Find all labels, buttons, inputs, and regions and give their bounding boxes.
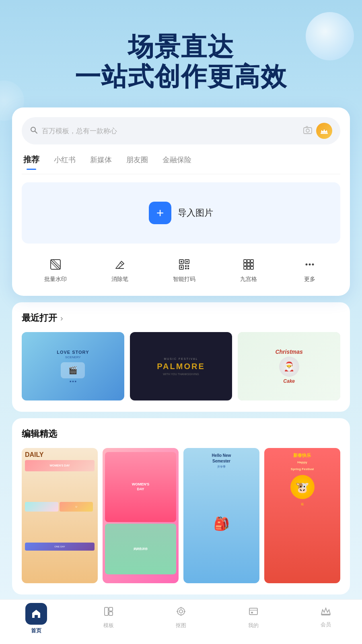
svg-rect-26 [247,263,250,266]
editor-thumb-spring-festival[interactable]: 新春快乐HappySpring Festival 🐮 福 [264,448,340,583]
category-tabs: 推荐 小红书 新媒体 朋友圈 金融保险 [22,154,340,174]
nav-cutout[interactable]: 抠图 [165,606,197,634]
svg-rect-18 [185,265,187,267]
svg-rect-45 [321,614,330,615]
search-icon [30,126,38,136]
svg-point-33 [312,264,314,266]
christmas-title: Christmas [275,349,302,355]
watermark-icon [47,256,64,272]
svg-line-10 [120,262,123,265]
cutout-icon [176,606,186,619]
love-story-title: LOVE STORY [57,350,89,355]
nav-vip[interactable]: 会员 [310,606,342,634]
eraser-label: 消除笔 [111,276,128,283]
svg-rect-29 [247,266,250,269]
nav-vip-label: 会员 [321,621,331,628]
svg-rect-25 [244,263,247,266]
editor-picks-title: 编辑精选 [22,428,57,440]
svg-rect-30 [251,266,253,269]
nav-mine-label: 我的 [248,622,259,629]
editor-thumb-daily[interactable]: DAILY WOMEN'S DAY U ONE DAY [22,448,98,583]
svg-rect-15 [181,261,182,262]
svg-rect-21 [187,268,189,269]
recent-grid: LOVE STORY SCENERY 🎬 ■ ■ ■ MUSIC FESTIVA… [22,332,340,400]
tools-row: 批量水印 消除笔 [22,252,340,285]
svg-rect-4 [306,126,308,128]
spring-festival-text: 新春快乐HappySpring Festival [291,452,314,472]
more-label: 更多 [304,276,315,283]
tab-recommend[interactable]: 推荐 [23,154,39,167]
home-icon [25,603,47,625]
recent-thumb-palmore[interactable]: MUSIC FESTIVAL PALMORE WITH YOU THANKSGI… [130,332,232,400]
tool-eraser[interactable]: 消除笔 [111,256,128,283]
palmore-text: PALMORE [157,362,205,371]
search-placeholder-text: 百万模板，总有一款称心 [42,126,299,136]
ninegrid-label: 九宫格 [240,276,257,283]
editor-picks-section: 编辑精选 DAILY WOMEN'S DAY U ONE DAY WOMEN'S… [12,418,350,594]
ninegrid-icon [241,256,257,272]
editor-thumb-hello-semester[interactable]: Hello NewSemester 开学季 🎒 [183,448,259,583]
recent-title: 最近打开 [22,312,57,324]
editor-thumb-womens-day[interactable]: WOMEN'SDAY 妈妈告诉你 [103,448,179,583]
nav-template[interactable]: 模板 [93,606,125,634]
svg-rect-23 [247,260,250,262]
bottom-nav: 首页 模板 抠图 [0,599,362,644]
tab-moments[interactable]: 朋友圈 [126,155,148,167]
svg-rect-34 [105,607,108,615]
svg-rect-28 [244,266,247,269]
tool-qrcode[interactable]: 智能打码 [173,256,195,283]
svg-rect-35 [109,607,113,611]
svg-rect-43 [249,608,257,615]
svg-point-37 [177,608,185,615]
nav-home[interactable]: 首页 [20,606,52,634]
tool-watermark[interactable]: 批量水印 [44,256,67,283]
camera-icon[interactable] [303,126,312,136]
svg-rect-22 [244,260,247,262]
import-label: 导入图片 [178,207,213,219]
watermark-label: 批量水印 [44,276,67,283]
svg-rect-24 [251,260,253,262]
svg-line-7 [51,260,60,269]
svg-rect-5 [321,133,328,134]
import-area[interactable]: + 导入图片 [22,182,340,244]
recent-thumb-love-story[interactable]: LOVE STORY SCENERY 🎬 ■ ■ ■ [22,332,124,400]
recent-thumb-christmas[interactable]: Christmas 🎅 Cake [238,332,340,400]
womens-day-text: WOMEN'SDAY [132,482,150,491]
recent-header: 最近打开 › [22,312,340,324]
main-card: 百万模板，总有一款称心 推荐 小红书 新媒体 朋友圈 金融保险 + 导入图片 [12,107,350,296]
svg-rect-27 [251,263,253,266]
vip-crown-button[interactable] [316,123,332,139]
svg-point-31 [306,264,308,266]
recent-arrow-icon[interactable]: › [60,314,63,323]
nav-mine[interactable]: 我的 [237,606,269,634]
christmas-cake: Cake [283,378,295,384]
svg-rect-17 [181,266,182,268]
hello-semester-text: Hello NewSemester [212,453,231,464]
svg-rect-16 [186,261,188,262]
nav-cutout-label: 抠图 [176,622,186,629]
editor-grid: DAILY WOMEN'S DAY U ONE DAY WOMEN'SDAY 妈… [22,448,340,583]
qrcode-icon [176,256,192,272]
eraser-icon [112,256,128,272]
svg-rect-44 [251,612,253,613]
search-bar[interactable]: 百万模板，总有一款称心 [22,117,340,144]
svg-point-3 [306,129,309,132]
hero-section: 场景直达 一站式创作更高效 [0,0,362,107]
import-plus-icon: + [149,202,171,224]
svg-rect-20 [185,268,187,269]
vip-icon [321,606,331,619]
recent-section: 最近打开 › LOVE STORY SCENERY 🎬 ■ ■ ■ MUSIC … [12,302,350,412]
svg-rect-2 [304,128,312,134]
editor-picks-header: 编辑精选 [22,428,340,440]
more-icon [302,256,318,272]
qrcode-label: 智能打码 [173,276,195,283]
tool-ninegrid[interactable]: 九宫格 [240,256,257,283]
tool-more[interactable]: 更多 [302,256,318,283]
tab-finance[interactable]: 金融保险 [162,155,191,167]
nav-home-label: 首页 [31,627,41,634]
tab-newmedia[interactable]: 新媒体 [90,155,112,167]
svg-point-38 [179,610,183,613]
svg-rect-36 [109,612,113,615]
hero-title: 场景直达 一站式创作更高效 [16,32,346,91]
tab-xiaohongshu[interactable]: 小红书 [54,155,76,167]
